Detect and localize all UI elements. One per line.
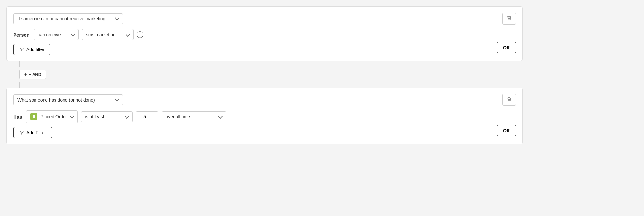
block1-type-dropdown[interactable]: If someone can or cannot receive marketi… bbox=[13, 13, 123, 24]
and-label: + AND bbox=[29, 72, 41, 77]
block2-time-dropdown[interactable]: over all time bbox=[162, 111, 226, 122]
block1-person-label: Person bbox=[13, 32, 30, 38]
block1-type-chevron-icon bbox=[115, 16, 119, 20]
funnel-icon bbox=[19, 47, 24, 52]
info-icon-button[interactable]: i bbox=[137, 31, 143, 38]
block2-event-dropdown[interactable]: Placed Order bbox=[26, 110, 78, 123]
block2-delete-button[interactable] bbox=[502, 94, 516, 106]
block1-footer: Add filter OR bbox=[13, 40, 516, 55]
and-button[interactable]: + + AND bbox=[19, 70, 46, 79]
and-connector-wrapper: + + AND bbox=[6, 61, 523, 88]
block2-or-button[interactable]: OR bbox=[497, 125, 516, 136]
block2-header-left: What someone has done (or not done) bbox=[13, 94, 123, 105]
block1-receive-label: can receive bbox=[38, 32, 61, 37]
block2-filter-row: Has Placed Order is at least over all ti… bbox=[13, 110, 516, 123]
block2-event-label: Placed Order bbox=[40, 114, 67, 119]
block1-or-button[interactable]: OR bbox=[497, 42, 516, 53]
and-plus-icon: + bbox=[24, 72, 27, 77]
svg-marker-1 bbox=[20, 131, 24, 135]
shopify-icon bbox=[30, 113, 37, 120]
block2-type-dropdown[interactable]: What someone has done (or not done) bbox=[13, 94, 123, 105]
condition-block-2: What someone has done (or not done) Has bbox=[6, 88, 523, 144]
block1-add-filter-label: Add filter bbox=[26, 47, 44, 52]
block1-receive-chevron-icon bbox=[71, 32, 75, 36]
funnel-icon-2 bbox=[19, 130, 24, 135]
block1-add-filter-button[interactable]: Add filter bbox=[13, 44, 50, 55]
block2-type-chevron-icon bbox=[115, 97, 119, 102]
block1-marketing-chevron-icon bbox=[126, 32, 130, 36]
block2-has-label: Has bbox=[13, 114, 22, 120]
block2-condition-label: is at least bbox=[85, 114, 104, 119]
block2-footer: Add Filter OR bbox=[13, 123, 516, 138]
block2-time-chevron-icon bbox=[218, 114, 222, 118]
block1-header-row: If someone can or cannot receive marketi… bbox=[13, 13, 516, 25]
block1-or-label: OR bbox=[503, 45, 510, 50]
block1-header-left: If someone can or cannot receive marketi… bbox=[13, 13, 123, 24]
block2-header-row: What someone has done (or not done) bbox=[13, 94, 516, 106]
trash-icon-2 bbox=[507, 97, 512, 102]
block2-type-label: What someone has done (or not done) bbox=[17, 97, 95, 103]
block2-condition-chevron-icon bbox=[124, 114, 129, 118]
shopify-bag-icon bbox=[32, 114, 36, 119]
block1-marketing-label: sms marketing bbox=[86, 32, 116, 37]
block2-time-label: over all time bbox=[166, 114, 190, 119]
block1-receive-dropdown[interactable]: can receive bbox=[34, 29, 79, 40]
block1-delete-button[interactable] bbox=[502, 13, 516, 25]
block1-type-label: If someone can or cannot receive marketi… bbox=[17, 16, 105, 21]
trash-icon bbox=[507, 16, 512, 21]
block1-marketing-dropdown[interactable]: sms marketing bbox=[82, 29, 134, 40]
and-bottom-line bbox=[19, 82, 20, 88]
and-top-line bbox=[19, 61, 20, 67]
block2-add-filter-button[interactable]: Add Filter bbox=[13, 127, 52, 138]
block1-filter-row: Person can receive sms marketing i bbox=[13, 29, 516, 40]
block2-event-chevron-icon bbox=[69, 114, 74, 118]
filter-builder: If someone can or cannot receive marketi… bbox=[6, 6, 523, 144]
block2-add-filter-label: Add Filter bbox=[26, 130, 46, 135]
condition-block-1: If someone can or cannot receive marketi… bbox=[6, 6, 523, 61]
block2-count-input[interactable] bbox=[136, 111, 158, 122]
svg-marker-0 bbox=[20, 48, 24, 51]
block2-condition-dropdown[interactable]: is at least bbox=[81, 111, 133, 122]
block2-or-label: OR bbox=[503, 128, 510, 133]
